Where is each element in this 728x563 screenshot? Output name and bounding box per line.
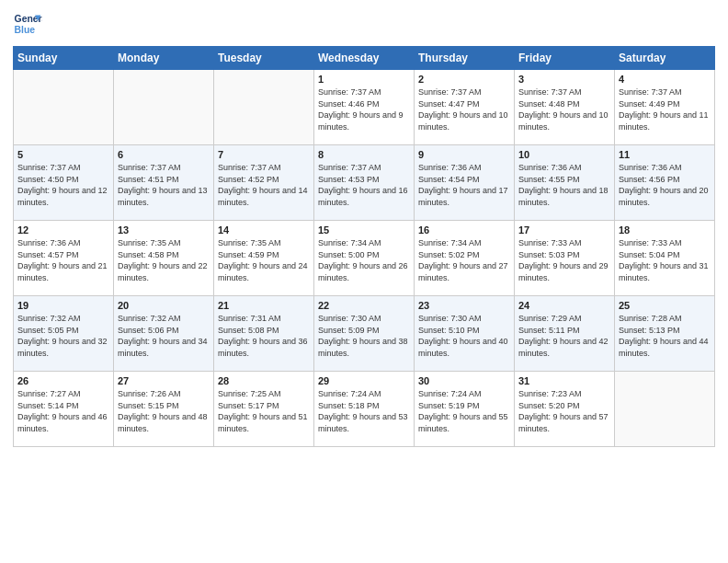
header: General Blue: [13, 9, 715, 39]
calendar-cell: 30Sunrise: 7:24 AM Sunset: 5:19 PM Dayli…: [415, 372, 515, 447]
day-number: 19: [17, 300, 109, 311]
calendar-cell: 26Sunrise: 7:27 AM Sunset: 5:14 PM Dayli…: [14, 372, 114, 447]
day-number: 16: [418, 224, 510, 236]
day-number: 20: [118, 300, 210, 311]
day-info: Sunrise: 7:33 AM Sunset: 5:03 PM Dayligh…: [518, 237, 610, 283]
day-info: Sunrise: 7:33 AM Sunset: 5:04 PM Dayligh…: [619, 237, 711, 283]
calendar-cell: 17Sunrise: 7:33 AM Sunset: 5:03 PM Dayli…: [515, 221, 615, 296]
calendar-cell: 11Sunrise: 7:36 AM Sunset: 4:56 PM Dayli…: [615, 145, 715, 221]
day-info: Sunrise: 7:37 AM Sunset: 4:46 PM Dayligh…: [318, 86, 410, 132]
day-number: 22: [318, 300, 410, 311]
day-number: 4: [619, 74, 711, 85]
day-info: Sunrise: 7:34 AM Sunset: 5:00 PM Dayligh…: [318, 237, 410, 283]
calendar-cell: [214, 70, 314, 145]
calendar-cell: 23Sunrise: 7:30 AM Sunset: 5:10 PM Dayli…: [415, 296, 515, 372]
day-number: 15: [318, 224, 410, 236]
calendar-cell: 20Sunrise: 7:32 AM Sunset: 5:06 PM Dayli…: [114, 296, 214, 372]
calendar-cell: 12Sunrise: 7:36 AM Sunset: 4:57 PM Dayli…: [14, 221, 114, 296]
day-info: Sunrise: 7:37 AM Sunset: 4:50 PM Dayligh…: [17, 162, 109, 208]
day-number: 28: [218, 375, 310, 386]
day-number: 26: [17, 375, 109, 386]
calendar-cell: 16Sunrise: 7:34 AM Sunset: 5:02 PM Dayli…: [415, 221, 515, 296]
day-number: 10: [518, 149, 610, 160]
calendar-cell: 10Sunrise: 7:36 AM Sunset: 4:55 PM Dayli…: [515, 145, 615, 221]
day-number: 24: [518, 300, 610, 311]
svg-text:Blue: Blue: [15, 25, 36, 35]
week-row-1: 1Sunrise: 7:37 AM Sunset: 4:46 PM Daylig…: [14, 70, 715, 145]
weekday-header-friday: Friday: [515, 47, 615, 70]
day-number: 2: [418, 74, 510, 85]
day-info: Sunrise: 7:27 AM Sunset: 5:14 PM Dayligh…: [17, 388, 109, 434]
day-number: 30: [418, 375, 510, 386]
weekday-header-wednesday: Wednesday: [314, 47, 415, 70]
day-number: 6: [118, 149, 210, 160]
day-number: 3: [518, 74, 610, 85]
week-row-3: 12Sunrise: 7:36 AM Sunset: 4:57 PM Dayli…: [14, 221, 715, 296]
calendar-cell: 4Sunrise: 7:37 AM Sunset: 4:49 PM Daylig…: [615, 70, 715, 145]
day-info: Sunrise: 7:24 AM Sunset: 5:18 PM Dayligh…: [318, 388, 410, 434]
logo-icon: General Blue: [13, 9, 42, 39]
calendar-cell: 14Sunrise: 7:35 AM Sunset: 4:59 PM Dayli…: [214, 221, 314, 296]
calendar-cell: 28Sunrise: 7:25 AM Sunset: 5:17 PM Dayli…: [214, 372, 314, 447]
calendar-cell: 7Sunrise: 7:37 AM Sunset: 4:52 PM Daylig…: [214, 145, 314, 221]
calendar-cell: [14, 70, 114, 145]
calendar-cell: 9Sunrise: 7:36 AM Sunset: 4:54 PM Daylig…: [415, 145, 515, 221]
day-info: Sunrise: 7:30 AM Sunset: 5:10 PM Dayligh…: [418, 313, 510, 359]
day-number: 31: [518, 375, 610, 386]
weekday-header-row: SundayMondayTuesdayWednesdayThursdayFrid…: [14, 47, 715, 70]
day-info: Sunrise: 7:36 AM Sunset: 4:56 PM Dayligh…: [619, 162, 711, 208]
day-number: 7: [218, 149, 310, 160]
calendar-cell: 13Sunrise: 7:35 AM Sunset: 4:58 PM Dayli…: [114, 221, 214, 296]
day-number: 29: [318, 375, 410, 386]
day-info: Sunrise: 7:26 AM Sunset: 5:15 PM Dayligh…: [118, 388, 210, 434]
day-number: 5: [17, 149, 109, 160]
calendar-cell: [114, 70, 214, 145]
week-row-2: 5Sunrise: 7:37 AM Sunset: 4:50 PM Daylig…: [14, 145, 715, 221]
day-number: 8: [318, 149, 410, 160]
calendar-cell: 22Sunrise: 7:30 AM Sunset: 5:09 PM Dayli…: [314, 296, 415, 372]
day-number: 17: [518, 224, 610, 236]
weekday-header-thursday: Thursday: [415, 47, 515, 70]
day-info: Sunrise: 7:36 AM Sunset: 4:57 PM Dayligh…: [17, 237, 109, 283]
calendar-cell: 19Sunrise: 7:32 AM Sunset: 5:05 PM Dayli…: [14, 296, 114, 372]
weekday-header-tuesday: Tuesday: [214, 47, 314, 70]
day-number: 11: [619, 149, 711, 160]
calendar-cell: 1Sunrise: 7:37 AM Sunset: 4:46 PM Daylig…: [314, 70, 415, 145]
day-number: 1: [318, 74, 410, 85]
week-row-5: 26Sunrise: 7:27 AM Sunset: 5:14 PM Dayli…: [14, 372, 715, 447]
day-info: Sunrise: 7:28 AM Sunset: 5:13 PM Dayligh…: [619, 313, 711, 359]
day-info: Sunrise: 7:37 AM Sunset: 4:47 PM Dayligh…: [418, 86, 510, 132]
day-info: Sunrise: 7:37 AM Sunset: 4:51 PM Dayligh…: [118, 162, 210, 208]
weekday-header-monday: Monday: [114, 47, 214, 70]
day-number: 12: [17, 224, 109, 236]
day-number: 23: [418, 300, 510, 311]
day-info: Sunrise: 7:37 AM Sunset: 4:53 PM Dayligh…: [318, 162, 410, 208]
calendar-cell: 6Sunrise: 7:37 AM Sunset: 4:51 PM Daylig…: [114, 145, 214, 221]
day-info: Sunrise: 7:24 AM Sunset: 5:19 PM Dayligh…: [418, 388, 510, 434]
calendar-cell: 29Sunrise: 7:24 AM Sunset: 5:18 PM Dayli…: [314, 372, 415, 447]
day-number: 9: [418, 149, 510, 160]
calendar-cell: 31Sunrise: 7:23 AM Sunset: 5:20 PM Dayli…: [515, 372, 615, 447]
day-info: Sunrise: 7:32 AM Sunset: 5:05 PM Dayligh…: [17, 313, 109, 359]
day-number: 27: [118, 375, 210, 386]
calendar-cell: 8Sunrise: 7:37 AM Sunset: 4:53 PM Daylig…: [314, 145, 415, 221]
day-number: 13: [118, 224, 210, 236]
day-info: Sunrise: 7:35 AM Sunset: 4:58 PM Dayligh…: [118, 237, 210, 283]
day-info: Sunrise: 7:31 AM Sunset: 5:08 PM Dayligh…: [218, 313, 310, 359]
day-info: Sunrise: 7:23 AM Sunset: 5:20 PM Dayligh…: [518, 388, 610, 434]
weekday-header-sunday: Sunday: [14, 47, 114, 70]
calendar-page: General Blue SundayMondayTuesdayWednesda…: [0, 0, 728, 563]
day-info: Sunrise: 7:30 AM Sunset: 5:09 PM Dayligh…: [318, 313, 410, 359]
day-number: 25: [619, 300, 711, 311]
day-info: Sunrise: 7:37 AM Sunset: 4:48 PM Dayligh…: [518, 86, 610, 132]
day-info: Sunrise: 7:34 AM Sunset: 5:02 PM Dayligh…: [418, 237, 510, 283]
weekday-header-saturday: Saturday: [615, 47, 715, 70]
day-info: Sunrise: 7:35 AM Sunset: 4:59 PM Dayligh…: [218, 237, 310, 283]
calendar-cell: 15Sunrise: 7:34 AM Sunset: 5:00 PM Dayli…: [314, 221, 415, 296]
calendar-cell: [615, 372, 715, 447]
calendar-cell: 27Sunrise: 7:26 AM Sunset: 5:15 PM Dayli…: [114, 372, 214, 447]
calendar-table: SundayMondayTuesdayWednesdayThursdayFrid…: [13, 46, 715, 447]
calendar-cell: 21Sunrise: 7:31 AM Sunset: 5:08 PM Dayli…: [214, 296, 314, 372]
calendar-cell: 2Sunrise: 7:37 AM Sunset: 4:47 PM Daylig…: [415, 70, 515, 145]
week-row-4: 19Sunrise: 7:32 AM Sunset: 5:05 PM Dayli…: [14, 296, 715, 372]
